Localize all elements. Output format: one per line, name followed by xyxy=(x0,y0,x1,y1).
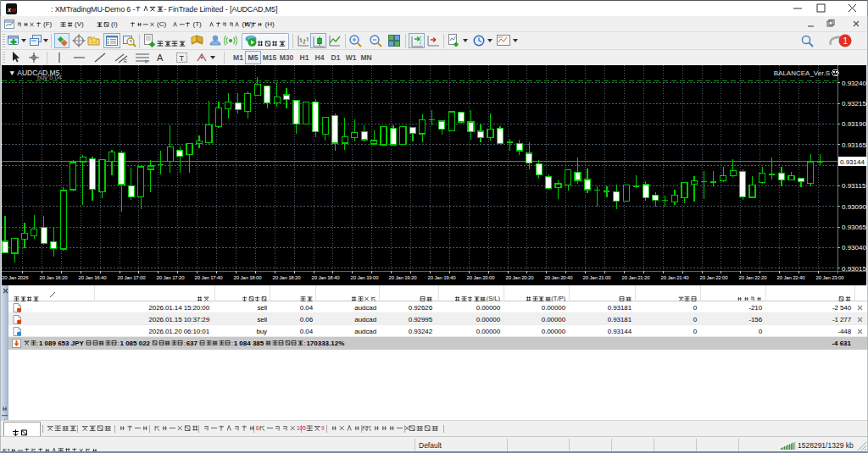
svg-text:20 Jan 19:40: 20 Jan 19:40 xyxy=(428,275,457,280)
svg-text:E: E xyxy=(124,58,127,64)
svg-text:20 Jan 2026: 20 Jan 2026 xyxy=(2,275,29,280)
svg-text:20 Jan 19:00: 20 Jan 19:00 xyxy=(351,275,380,280)
svg-text:20 Jan 22:00: 20 Jan 22:00 xyxy=(700,275,729,280)
svg-text:0.93240: 0.93240 xyxy=(842,80,866,87)
svg-text:20 Jan 21:20: 20 Jan 21:20 xyxy=(622,275,651,280)
svg-text:F: F xyxy=(145,59,148,64)
svg-text:20 Jan 16:40: 20 Jan 16:40 xyxy=(79,275,108,280)
svg-text:20 Jan 17:20: 20 Jan 17:20 xyxy=(157,275,186,280)
svg-text:0.93015: 0.93015 xyxy=(842,265,866,273)
svg-text:20 Jan 22:20: 20 Jan 22:20 xyxy=(739,275,768,280)
svg-text:20 Jan 21:40: 20 Jan 21:40 xyxy=(661,275,690,280)
svg-text:20 Jan 22:40: 20 Jan 22:40 xyxy=(777,275,806,280)
svg-text:20 Jan 18:20: 20 Jan 18:20 xyxy=(273,275,302,280)
svg-text:20 Jan 20:00: 20 Jan 20:00 xyxy=(467,275,496,280)
svg-text:20 Jan 23:00: 20 Jan 23:00 xyxy=(816,275,845,280)
svg-text:20 Jan 20:40: 20 Jan 20:40 xyxy=(545,275,574,280)
svg-text:20 Jan 18:00: 20 Jan 18:00 xyxy=(234,275,263,280)
svg-text:M: M xyxy=(12,8,17,13)
svg-text:20 Jan 17:40: 20 Jan 17:40 xyxy=(195,275,224,280)
svg-text:20 Jan 18:40: 20 Jan 18:40 xyxy=(312,275,341,280)
svg-text:20 Jan 16:20: 20 Jan 16:20 xyxy=(40,275,69,280)
svg-text:0.93115: 0.93115 xyxy=(842,182,866,190)
svg-text:BALANCEA_Ver.S: BALANCEA_Ver.S xyxy=(774,69,830,77)
svg-text:0.93165: 0.93165 xyxy=(842,141,866,149)
svg-text:0.93040: 0.93040 xyxy=(842,244,866,251)
svg-text:1: 1 xyxy=(843,36,849,46)
svg-text:buy 0.04: buy 0.04 xyxy=(37,74,62,81)
svg-text:20 Jan 20:20: 20 Jan 20:20 xyxy=(506,275,535,280)
svg-text:0.93090: 0.93090 xyxy=(842,203,866,211)
svg-text:T: T xyxy=(180,54,185,63)
svg-text:0.93190: 0.93190 xyxy=(842,120,866,128)
svg-text:20 Jan 17:00: 20 Jan 17:00 xyxy=(118,275,147,280)
svg-text:0.93215: 0.93215 xyxy=(842,100,866,108)
svg-text:20 Jan 19:20: 20 Jan 19:20 xyxy=(389,275,418,280)
svg-text:20 Jan 21:00: 20 Jan 21:00 xyxy=(583,275,612,280)
svg-text:0.93065: 0.93065 xyxy=(842,224,866,231)
svg-text:0.93144: 0.93144 xyxy=(840,158,865,166)
